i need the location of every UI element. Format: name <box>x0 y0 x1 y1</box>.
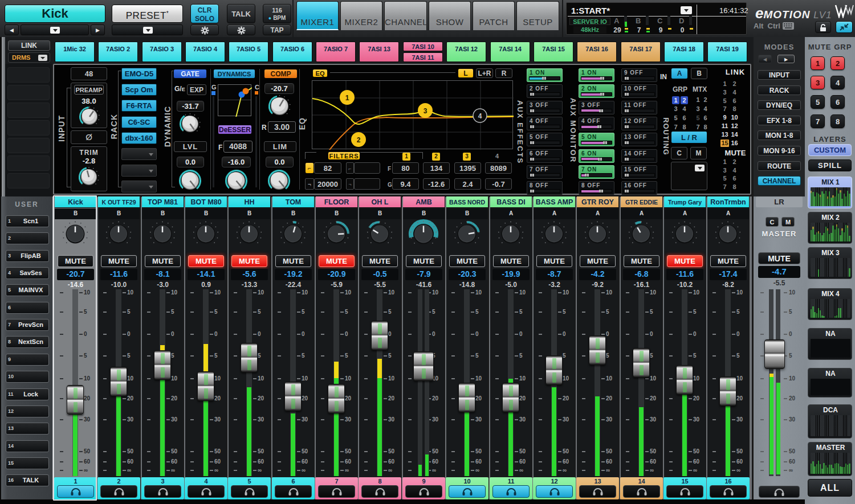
svg-text:2: 2 <box>357 136 361 144</box>
svg-text:4: 4 <box>478 112 482 120</box>
svg-text:1: 1 <box>345 94 349 102</box>
svg-text:3: 3 <box>424 107 427 115</box>
